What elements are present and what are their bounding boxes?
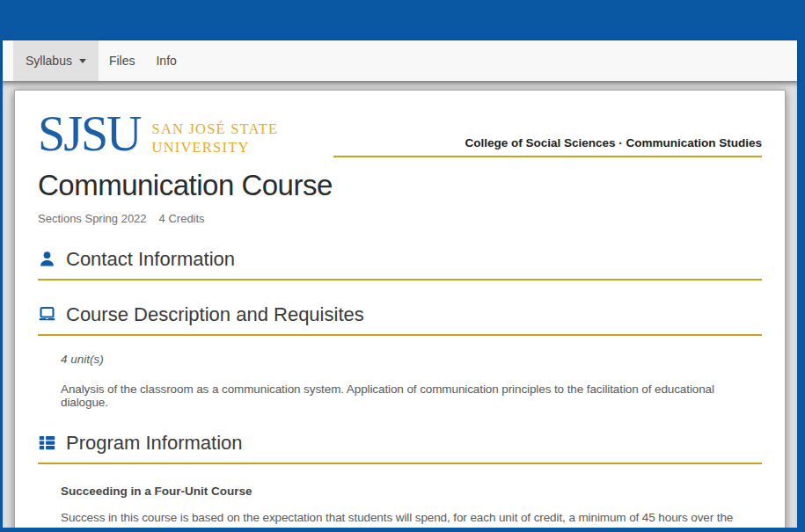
gold-divider <box>38 463 762 464</box>
course-description-text: Analysis of the classroom as a communica… <box>61 383 753 409</box>
course-title: Communication Course <box>38 169 762 202</box>
course-meta: Sections Spring 2022 4 Credits <box>38 212 762 225</box>
list-grid-icon <box>38 434 56 452</box>
program-subheading: Succeeding in a Four-Unit Course <box>61 485 753 498</box>
page-background: SJSU SAN JOSÉ STATE UNIVERSITY College o… <box>3 81 797 528</box>
section-program-title: Program Information <box>66 432 243 455</box>
tab-syllabus[interactable]: Syllabus <box>13 40 99 81</box>
syllabus-card: SJSU SAN JOSÉ STATE UNIVERSITY College o… <box>14 90 786 528</box>
section-contact-heading: Contact Information <box>38 248 762 271</box>
sjsu-logo-wordmark: SAN JOSÉ STATE UNIVERSITY <box>152 120 279 157</box>
section-description-heading: Course Description and Requisites <box>38 303 762 326</box>
college-breadcrumb-text: College of Social Sciences · Communicati… <box>465 136 762 149</box>
sjsu-logo-wordmark-line1: SAN JOSÉ STATE <box>152 120 279 138</box>
sjsu-logo: SJSU SAN JOSÉ STATE UNIVERSITY <box>38 112 333 157</box>
college-breadcrumb: College of Social Sciences · Communicati… <box>333 112 762 157</box>
course-units: 4 unit(s) <box>61 353 753 366</box>
section-program-information: Program Information Succeeding in a Four… <box>38 432 762 528</box>
tab-files[interactable]: Files <box>99 40 146 81</box>
section-contact-title: Contact Information <box>66 248 235 271</box>
section-contact-information: Contact Information <box>38 248 762 281</box>
gold-divider <box>38 334 762 336</box>
chevron-down-icon <box>79 59 86 63</box>
section-description-title: Course Description and Requisites <box>66 303 364 326</box>
section-program-content: Succeeding in a Four-Unit Course Success… <box>38 485 762 528</box>
program-body-text: Success in this course is based on the e… <box>61 508 753 528</box>
course-sections-label: Sections Spring 2022 <box>38 212 147 225</box>
masthead: SJSU SAN JOSÉ STATE UNIVERSITY College o… <box>38 112 762 157</box>
course-navigation: Syllabus Files Info <box>3 40 797 81</box>
section-course-description: Course Description and Requisites 4 unit… <box>38 303 762 409</box>
gold-divider <box>38 279 762 281</box>
course-credits-label: 4 Credits <box>159 212 205 225</box>
laptop-icon <box>38 305 56 324</box>
section-description-content: 4 unit(s) Analysis of the classroom as a… <box>38 353 762 409</box>
section-program-heading: Program Information <box>38 432 762 455</box>
person-icon <box>38 250 56 268</box>
tab-info[interactable]: Info <box>145 40 187 81</box>
sjsu-logo-wordmark-line2: UNIVERSITY <box>152 138 279 157</box>
top-banner <box>0 0 805 40</box>
tab-syllabus-label: Syllabus <box>26 54 72 68</box>
sjsu-logo-acronym: SJSU <box>38 112 141 157</box>
